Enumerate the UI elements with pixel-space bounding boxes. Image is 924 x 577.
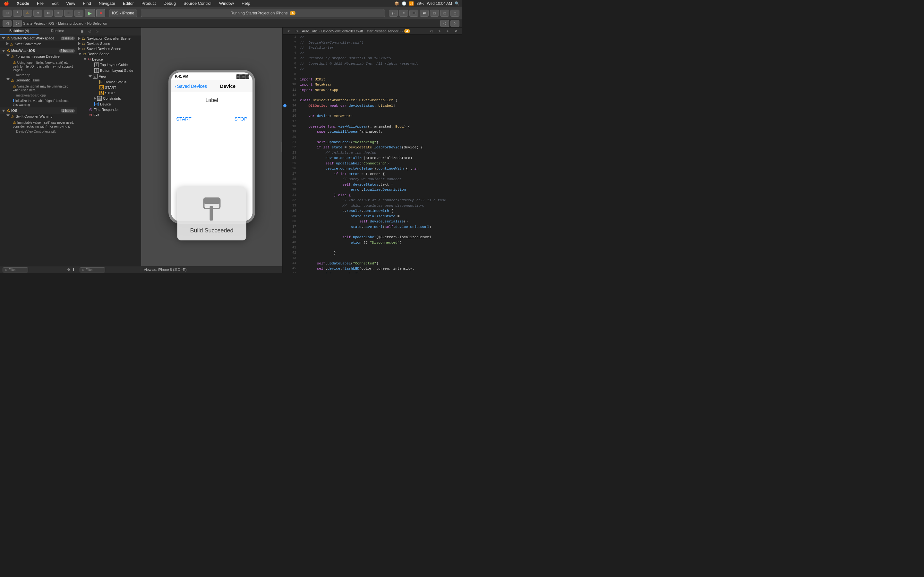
breakpoint-dot-14[interactable] [283, 104, 286, 107]
canvas-area[interactable]: 9:41 AM ▓▓▓▓ ‹ Saved Devices Device Labe… [141, 27, 282, 266]
list-btn[interactable]: ≡ [54, 10, 63, 17]
code-review-btn[interactable]: {} [389, 10, 398, 17]
toolbar: ⊞ ⋮ ⚠ ◇ ⊕ ≡ ⊞ □ ▶ ■ iOS › iPhone Running… [0, 7, 462, 19]
iphone-back-btn[interactable]: ‹ Saved Devices [175, 84, 207, 89]
hierarchy-btn[interactable]: ⋮ [13, 10, 22, 17]
swift-compiler-warning-item[interactable]: ⚠ Swift Compiler Warning [0, 114, 77, 119]
navigator-toggle-btn[interactable]: ⊞ [3, 10, 11, 17]
line-number-35: 35 [287, 214, 299, 219]
warn-icon-pragma-detail: ⚠ [13, 60, 16, 65]
swift-conversion-item[interactable]: ⚠ Swift Conversion [0, 41, 77, 47]
nav-forward-btn[interactable]: ▷ [451, 20, 459, 27]
nav-item-constraints[interactable]: ⊡ Constraints [77, 95, 141, 101]
editor-back-btn-right[interactable]: ◁ [427, 28, 435, 34]
editor-scheme-label[interactable]: Auto...atic [302, 29, 318, 33]
nav-item-first-responder[interactable]: ◎ First Responder [77, 107, 141, 112]
breadcrumb-project[interactable]: StarterProject [23, 21, 45, 25]
iphone-stop-button[interactable]: STOP [234, 116, 247, 121]
editor-menu[interactable]: Editor [121, 0, 135, 6]
pragma-message-detail[interactable]: ⚠ Using fopen, ftello, fseeko, stat() et… [0, 60, 77, 73]
split-btn[interactable]: ≡ [399, 10, 408, 17]
source-control-menu[interactable]: Source Control [182, 0, 213, 6]
product-menu[interactable]: Product [140, 0, 157, 6]
nav-back-btn[interactable]: ◁ [440, 20, 449, 27]
link-btn[interactable]: ⊞ [64, 10, 73, 17]
layout-btn[interactable]: □ [430, 10, 439, 17]
nav-item-top-layout[interactable]: T Top Layout Guide [77, 62, 141, 68]
editor-plus-btn[interactable]: + [444, 28, 451, 34]
edit-menu[interactable]: Edit [50, 0, 60, 6]
editor-close-btn[interactable]: ✕ [452, 28, 459, 34]
code-editor-area[interactable]: 1 // 2 // DeviceViewController.swift 3 /… [283, 35, 462, 273]
find-btn[interactable]: ⊕ [44, 10, 53, 17]
window-menu[interactable]: Window [218, 0, 235, 6]
editor-nav-back[interactable]: ◁ [285, 28, 292, 34]
grid-view-btn[interactable]: ⊞ [78, 29, 86, 35]
editor-warning-badge[interactable]: 4 [404, 29, 410, 33]
issue-group-ios-header[interactable]: ⚠ iOS 1 issue [0, 107, 77, 114]
nav-item-view[interactable]: □ View [77, 73, 141, 79]
editor-method-label[interactable]: startPressed(sender:) [367, 29, 401, 33]
debug-menu[interactable]: Debug [162, 0, 177, 6]
iphone-start-button[interactable]: START [176, 116, 192, 121]
nav-item-device[interactable]: ⊙ Device [77, 56, 141, 62]
right-filter-input[interactable]: ⊕ Filter [79, 268, 105, 272]
editor-fwd-btn-right[interactable]: ▷ [436, 28, 443, 34]
back-btn[interactable]: ◁ [3, 20, 11, 27]
navigate-menu[interactable]: Navigate [97, 0, 116, 6]
buildtime-tab[interactable]: Buildtime (4) [0, 27, 39, 35]
code-line-45: 45 self.device.flashLED(color: .green, i… [283, 266, 462, 271]
folder-icon-nav: 🗂 [82, 37, 86, 40]
file-menu[interactable]: File [36, 0, 45, 6]
nav-item-nav-controller[interactable]: 🗂 Navigation Controller Scene [77, 36, 141, 41]
settings-icon-left[interactable]: ⚙ [67, 268, 70, 272]
assistant-btn[interactable]: ⊞ [409, 10, 418, 17]
semantic-detail-1[interactable]: ⚠ Variable 'signal' may be uninitialized… [0, 83, 77, 93]
expand-panel-btn[interactable]: › [281, 142, 282, 152]
menubar: 🍎 Xcode File Edit View Find Navigate Edi… [0, 0, 462, 7]
run-button[interactable]: ▶ [85, 9, 95, 17]
line-indicator-40 [283, 240, 287, 245]
nav-item-stop-btn[interactable]: B STOP [77, 90, 141, 95]
view-menu[interactable]: View [65, 0, 76, 6]
bookmark-btn[interactable]: ◇ [33, 10, 42, 17]
nav-item-exit[interactable]: ⊗ Exit [77, 112, 141, 118]
editor-nav-forward[interactable]: ▷ [294, 28, 300, 34]
issue-group-starter-header[interactable]: ⚠ StarterProject Workspace 1 issue [0, 35, 77, 41]
xcode-menu[interactable]: Xcode [15, 0, 31, 6]
nav-item-bottom-layout[interactable]: B Bottom Layout Guide [77, 68, 141, 73]
breadcrumb-selection[interactable]: No Selection [87, 21, 107, 25]
info-icon-left[interactable]: ℹ [73, 268, 74, 272]
inspectors-btn[interactable]: □ [451, 10, 459, 17]
breadcrumb-platform[interactable]: iOS [48, 21, 54, 25]
apple-menu[interactable]: 🍎 [3, 0, 10, 6]
nav-item-devices-scene[interactable]: 🗂 Devices Scene [77, 41, 141, 46]
swift-compiler-detail[interactable]: ⚠ Immutable value '_self' was never used… [0, 119, 77, 129]
version-btn[interactable]: ⇄ [420, 10, 429, 17]
nav-forward-arrow[interactable]: ▷ [94, 29, 101, 35]
forward-btn[interactable]: ▷ [13, 20, 22, 27]
help-menu[interactable]: Help [240, 0, 252, 6]
pragma-message-item[interactable]: ⚠ #pragma message Directive [0, 54, 77, 60]
runtime-tab[interactable]: Runtime [39, 27, 77, 35]
nav-back-arrow[interactable]: ◁ [86, 29, 93, 35]
nav-item-device-segue[interactable]: ◁ Device [77, 101, 141, 107]
warning-count-badge[interactable]: 4 [290, 11, 296, 15]
doc-btn[interactable]: □ [74, 10, 83, 17]
nav-item-start-btn[interactable]: B START [77, 85, 141, 90]
debug-area-btn[interactable]: □ [440, 10, 449, 17]
scheme-selector[interactable]: iOS › iPhone [109, 9, 137, 17]
semantic-issue-item[interactable]: ⚠ Semantic Issue [0, 77, 77, 83]
nav-item-saved-devices-scene[interactable]: 🗂 Saved Devices Scene [77, 46, 141, 51]
nav-item-device-scene[interactable]: 🗂 Device Scene [77, 51, 141, 56]
stop-button[interactable]: ■ [96, 9, 105, 17]
nav-item-device-status[interactable]: L Device Status [77, 79, 141, 85]
find-menu[interactable]: Find [81, 0, 92, 6]
left-filter-input[interactable]: ⊕ Filter [3, 268, 28, 272]
breadcrumb-file[interactable]: Main.storyboard [58, 21, 83, 25]
semantic-detail-2[interactable]: ℹ Initialize the variable 'signal' to si… [0, 98, 77, 107]
issue-group-metawear-header[interactable]: ⚠ MetaWear-iOS 2 issues [0, 47, 77, 54]
search-icon[interactable]: 🔍 [455, 1, 459, 6]
warning-btn[interactable]: ⚠ [23, 10, 32, 17]
editor-file-label[interactable]: DeviceViewController.swift [321, 29, 363, 33]
